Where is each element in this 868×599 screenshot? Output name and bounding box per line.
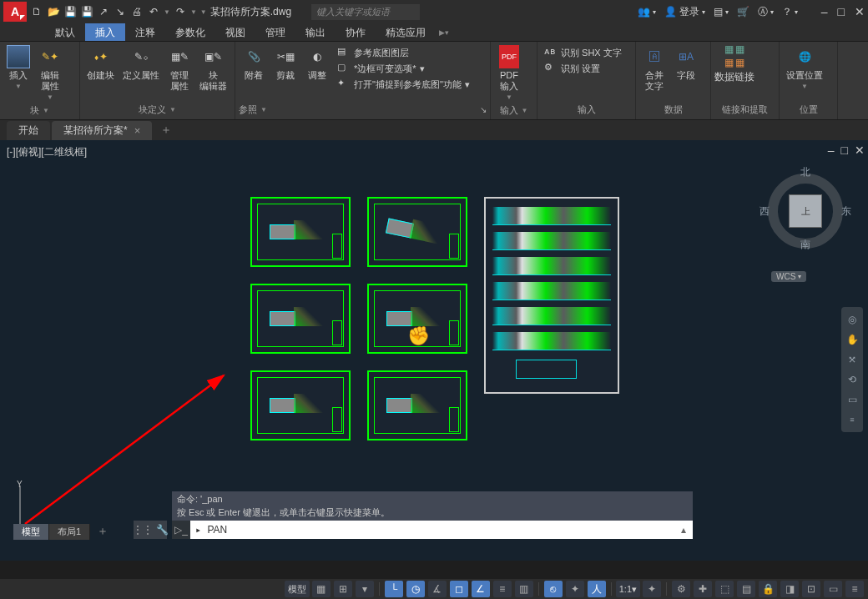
dyn-ucs-icon[interactable]: 人 <box>588 581 606 597</box>
view-maximize-icon[interactable]: □ <box>841 143 848 157</box>
help-button[interactable]: ？ ▾ <box>782 5 798 19</box>
command-handle[interactable]: ⋮⋮🔧 <box>134 521 167 539</box>
web-open-icon[interactable]: ↗ <box>97 5 110 18</box>
status-model-button[interactable]: 模型 <box>285 581 310 597</box>
block-editor-button[interactable]: ▣✎块 编辑器 <box>196 43 230 93</box>
quickprops-icon[interactable]: ▤ <box>737 581 755 597</box>
create-block-button[interactable]: ⬧✦创建块 <box>83 43 118 83</box>
chevron-down-icon[interactable]: ▼ <box>43 107 49 114</box>
set-location-button[interactable]: 🌐设置位置▼ <box>783 43 826 92</box>
sheet-1[interactable] <box>250 197 351 267</box>
otrack-icon[interactable]: ∠ <box>472 581 490 597</box>
adjust-button[interactable]: ◐调整 <box>302 43 332 83</box>
maximize-button[interactable]: □ <box>838 5 845 18</box>
viewcube[interactable]: 北 南 东 西 上 WCS▾ <box>760 165 851 274</box>
cycle-icon[interactable]: ⎋ <box>544 581 563 597</box>
infer-icon[interactable]: ▾ <box>356 581 374 597</box>
view-label[interactable]: [-][俯视][二维线框] <box>7 145 87 159</box>
add-tab-button[interactable]: ＋ <box>154 123 179 138</box>
edit-attributes-button[interactable]: ✎✦ 编辑 属性 ▼ <box>35 43 65 103</box>
print-icon[interactable]: 🖨 <box>130 5 144 18</box>
tab-start[interactable]: 开始 <box>7 121 50 140</box>
login-button[interactable]: 👤 登录 ▾ <box>664 5 705 19</box>
3dosnap-icon[interactable]: ✦ <box>566 581 584 597</box>
viewcube-east[interactable]: 东 <box>841 204 851 219</box>
snap-underlay-button[interactable]: ✦打开"捕捉到参考底图"功能 ▾ <box>336 77 472 92</box>
undo-dropdown-icon[interactable]: ▼ <box>164 8 170 16</box>
units-icon[interactable]: ⬚ <box>715 581 734 597</box>
lwt-icon[interactable]: ≡ <box>493 581 512 597</box>
refresh-icon[interactable]: ▦ <box>735 43 744 55</box>
open-icon[interactable]: 📂 <box>47 5 60 18</box>
lock-ui-icon[interactable]: 🔒 <box>759 581 777 597</box>
sheet-3[interactable] <box>250 284 351 354</box>
showmotion-icon[interactable]: ▭ <box>845 392 860 407</box>
iso-obj-icon[interactable]: ◨ <box>780 581 799 597</box>
iso-icon[interactable]: ∡ <box>428 581 447 597</box>
view-minimize-icon[interactable]: – <box>828 143 835 157</box>
wcs-badge[interactable]: WCS▾ <box>771 271 806 282</box>
annomon-icon[interactable]: ✚ <box>694 581 712 597</box>
status-scale[interactable]: 1:1 ▾ <box>616 581 640 597</box>
viewcube-north[interactable]: 北 <box>800 165 810 179</box>
layout-add-button[interactable]: ＋ <box>90 522 115 541</box>
sheet-2[interactable] <box>367 197 467 267</box>
sheet-6[interactable] <box>367 370 467 440</box>
nav-more-icon[interactable]: ≡ <box>845 412 860 427</box>
new-icon[interactable]: 🗋 <box>30 5 43 18</box>
link-icon[interactable]: ▦ <box>724 43 734 55</box>
tab-view[interactable]: 视图 <box>215 23 255 41</box>
ortho-icon[interactable]: └ <box>385 581 403 597</box>
datalink-button[interactable]: 数据链接 <box>714 70 754 84</box>
minimize-button[interactable]: – <box>821 5 828 18</box>
underlay-layers-button[interactable]: ▤参考底图图层 <box>336 45 472 60</box>
tab-annotate[interactable]: 注释 <box>125 23 165 41</box>
tab-featured[interactable]: 精选应用 <box>376 23 436 41</box>
orbit-icon[interactable]: ⟲ <box>845 372 860 387</box>
pan-icon[interactable]: ✋ <box>845 332 860 347</box>
clean-screen-icon[interactable]: ▭ <box>824 581 842 597</box>
panel-dialog-icon[interactable]: ↘ <box>480 105 487 114</box>
grid-icon[interactable]: ▦ <box>312 581 331 597</box>
undo-icon[interactable]: ↶ <box>147 5 160 18</box>
saveas-icon[interactable]: 💾 <box>80 5 93 18</box>
recognize-shx-button[interactable]: ᴀʙ识别 SHX 文字 <box>542 45 623 60</box>
chevron-down-icon[interactable]: ▼ <box>169 106 176 113</box>
tab-default[interactable]: 默认 <box>45 23 85 41</box>
wrench-icon[interactable]: 🔧 <box>156 524 169 536</box>
polar-icon[interactable]: ◷ <box>406 581 425 597</box>
frames-option-button[interactable]: ▢*边框可变选项* ▾ <box>336 61 472 76</box>
viewcube-south[interactable]: 南 <box>800 238 810 252</box>
command-input-row[interactable]: ▷_ ▸ PAN ▴ <box>172 521 693 539</box>
clip-button[interactable]: ✂▦剪裁 <box>270 43 300 83</box>
snap-icon[interactable]: ⊞ <box>334 581 352 597</box>
drawing-area[interactable]: [-][俯视][二维线框] – □ ✕ 北 南 东 西 上 WCS▾ ◎ ✋ ⤧… <box>0 140 868 561</box>
nav-wheel-icon[interactable]: ◎ <box>845 312 860 327</box>
layout-tab-model[interactable]: 模型 <box>13 524 49 540</box>
app-exchange-button[interactable]: ▤ ▾ <box>714 6 729 18</box>
xa-button[interactable]: Ⓐ ▾ <box>758 5 774 19</box>
extract-icon[interactable]: ▦ <box>724 57 734 68</box>
command-prompt-icon[interactable]: ▷_ <box>172 521 190 539</box>
ole-icon[interactable]: ▦ <box>735 57 744 68</box>
tab-file-active[interactable]: 某招待所方案*× <box>52 121 152 140</box>
tab-collab[interactable]: 协作 <box>336 23 376 41</box>
define-attr-button[interactable]: ✎⬦定义属性 <box>119 43 163 83</box>
app-logo[interactable]: A <box>3 2 27 22</box>
elevation-sheet[interactable] <box>484 197 619 394</box>
field-button[interactable]: ⊞A字段 <box>671 43 701 83</box>
zoom-extents-icon[interactable]: ⤧ <box>845 352 860 367</box>
view-close-icon[interactable]: ✕ <box>855 143 865 157</box>
viewcube-west[interactable]: 西 <box>760 204 770 219</box>
viewcube-top-face[interactable]: 上 <box>789 194 822 228</box>
customize-icon[interactable]: ≡ <box>845 581 864 597</box>
sheet-5[interactable] <box>250 370 351 440</box>
chevron-down-icon[interactable]: ▼ <box>522 107 528 114</box>
chevron-down-icon[interactable]: ▼ <box>260 106 267 113</box>
ribbon-expand-icon[interactable]: ▶▾ <box>439 23 449 41</box>
recognize-settings-button[interactable]: ⚙识别 设置 <box>542 61 623 76</box>
attach-button[interactable]: 📎附着 <box>239 43 269 83</box>
tab-output[interactable]: 输出 <box>295 23 336 41</box>
save-icon[interactable]: 💾 <box>63 5 77 18</box>
qat-more-icon[interactable]: ▼ <box>200 8 207 16</box>
